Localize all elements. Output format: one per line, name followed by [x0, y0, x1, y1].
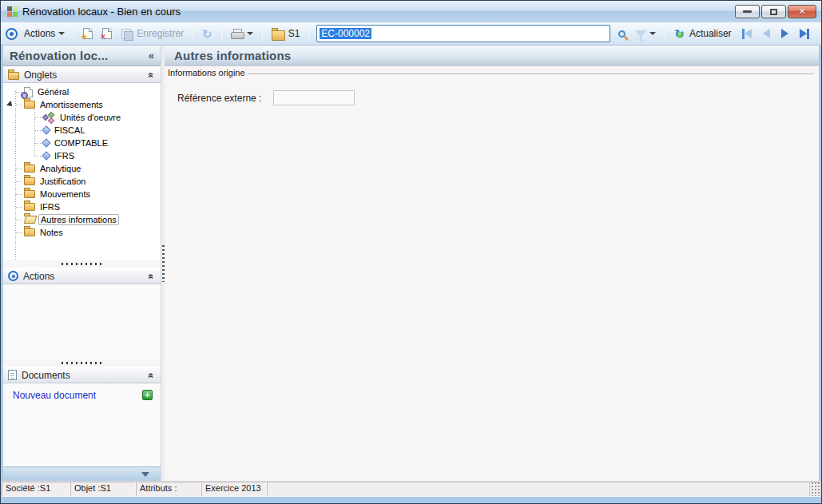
status-spacer: [267, 482, 809, 497]
separator: [73, 26, 74, 42]
actualiser-icon: ↻: [674, 28, 685, 40]
chevron-down-icon: [58, 32, 65, 35]
close-icon: ✕: [798, 6, 805, 17]
next-record-button[interactable]: [777, 27, 792, 40]
last-record-button[interactable]: [796, 27, 813, 41]
tree-item-autres-informations[interactable]: Autres informations: [3, 213, 161, 226]
search-icon: [618, 30, 625, 38]
add-document-icon[interactable]: +: [142, 390, 153, 400]
actions-menu-button[interactable]: Actions: [21, 26, 68, 41]
tree-item-notes[interactable]: Notes: [3, 226, 161, 239]
separator: [665, 26, 665, 42]
diamond-icon: [42, 125, 50, 134]
diamond-icon: [42, 151, 50, 160]
groupbox-line: [248, 73, 814, 74]
tree-guide-stub: [16, 105, 22, 105]
refresh-list-button[interactable]: ↻ Actualiser: [671, 26, 734, 42]
tree-item-justification[interactable]: Justification: [3, 175, 161, 188]
tree-item-label: Autres informations: [38, 214, 119, 225]
page-title: Autres informations: [174, 49, 291, 62]
first-record-button[interactable]: [738, 27, 756, 41]
tree-guide-stub: [16, 181, 22, 182]
panel-header-actions[interactable]: Actions «: [3, 268, 161, 284]
external-reference-label: Référence externe :: [177, 93, 273, 104]
window-bottom-border: [1, 497, 821, 503]
company-folder-button[interactable]: S1: [268, 26, 304, 41]
resize-grip[interactable]: [809, 482, 820, 497]
folder-icon: [272, 30, 284, 39]
new-record-button[interactable]: ★: [80, 26, 96, 41]
actions-icon: [8, 271, 18, 281]
documents-panel-body: Nouveau document +: [3, 383, 161, 466]
sidebar-resize-handle[interactable]: [161, 46, 165, 481]
new-document-link[interactable]: Nouveau document: [13, 390, 96, 401]
document-icon: [8, 370, 17, 380]
separator: [308, 26, 309, 42]
separator: [262, 26, 263, 42]
print-button[interactable]: [228, 27, 256, 41]
tree-item-g-n-ral[interactable]: Général: [3, 85, 161, 98]
delete-record-button[interactable]: ✕: [99, 26, 115, 41]
next-icon: [781, 29, 788, 38]
tree-item-analytique[interactable]: Analytique: [3, 162, 161, 175]
onglets-tree: GénéralAmortissementsUnités d'oeuvreFISC…: [3, 83, 161, 260]
external-reference-input[interactable]: [273, 90, 355, 105]
printer-icon: [231, 29, 244, 39]
tree-item-label: Notes: [38, 228, 65, 237]
sidebar-bottom-strip[interactable]: [3, 466, 161, 481]
sidebar-header[interactable]: Rénovation loc... «: [3, 46, 161, 66]
tree-item-amortissements[interactable]: Amortissements: [3, 98, 161, 111]
filter-button[interactable]: [632, 29, 659, 39]
minimize-button[interactable]: [735, 5, 760, 18]
tree-guide-stub: [35, 156, 42, 157]
tree-guide-stub: [16, 220, 22, 220]
separator: [193, 26, 193, 42]
search-button[interactable]: [615, 29, 629, 39]
filter-icon: [635, 30, 646, 38]
minimize-icon: [743, 10, 752, 13]
groupbox-legend: Informations origine: [166, 68, 248, 77]
tree-item-mouvements[interactable]: Mouvements: [3, 188, 161, 200]
collapse-panel-icon[interactable]: «: [146, 273, 157, 279]
page-gear-icon: [24, 87, 33, 97]
previous-record-button[interactable]: [759, 27, 774, 40]
tree-guide-stub: [35, 143, 42, 144]
splitter-grip[interactable]: [162, 245, 165, 282]
save-button[interactable]: Enregistrer: [118, 26, 187, 41]
tree-guide-stub: [16, 194, 22, 195]
maximize-button[interactable]: [761, 5, 786, 18]
panel-header-documents[interactable]: Documents «: [3, 367, 161, 383]
tree-guide-stub: [16, 92, 22, 93]
collapse-panel-icon[interactable]: «: [146, 372, 157, 378]
folder-icon: [8, 72, 19, 80]
tree-guide-stub: [35, 117, 42, 118]
separator: [221, 26, 222, 42]
sidebar-title: Rénovation loc...: [10, 49, 108, 62]
tree-item-fiscal[interactable]: FISCAL: [3, 124, 161, 137]
collapse-sidebar-icon[interactable]: «: [149, 50, 154, 62]
panel-splitter[interactable]: [3, 260, 161, 268]
maximize-icon: [770, 9, 777, 15]
refresh-record-button[interactable]: ↻: [199, 26, 216, 42]
window-title: Rénovation locaux - Bien en cours: [22, 6, 181, 18]
caret-down-icon: [141, 472, 149, 477]
reference-input[interactable]: EC-000002: [316, 25, 610, 42]
tree-item-label: Mouvements: [38, 189, 92, 199]
collapse-panel-icon[interactable]: «: [146, 72, 157, 77]
page-body: Informations origine Référence externe :: [165, 66, 819, 481]
folder-icon: [24, 190, 35, 198]
close-button[interactable]: ✕: [788, 5, 816, 18]
tree-item-comptable[interactable]: COMPTABLE: [3, 137, 161, 149]
tree-item-ifrs[interactable]: IFRS: [3, 200, 161, 213]
panel-header-onglets[interactable]: Onglets «: [3, 66, 161, 83]
tree-item-label: IFRS: [53, 151, 76, 161]
delete-document-icon: ✕: [102, 28, 112, 39]
tree-item-ifrs[interactable]: IFRS: [3, 149, 161, 162]
folder-icon: [24, 101, 35, 109]
panel-splitter[interactable]: [3, 359, 161, 367]
tree-item-label: Unités d'oeuvre: [58, 113, 122, 122]
expanded-triangle-icon[interactable]: [6, 101, 14, 109]
actions-group-icon: [6, 28, 18, 40]
tree-item-label: Général: [36, 87, 70, 97]
tree-item-unit-s-d-oeuvre[interactable]: Unités d'oeuvre: [3, 111, 161, 124]
